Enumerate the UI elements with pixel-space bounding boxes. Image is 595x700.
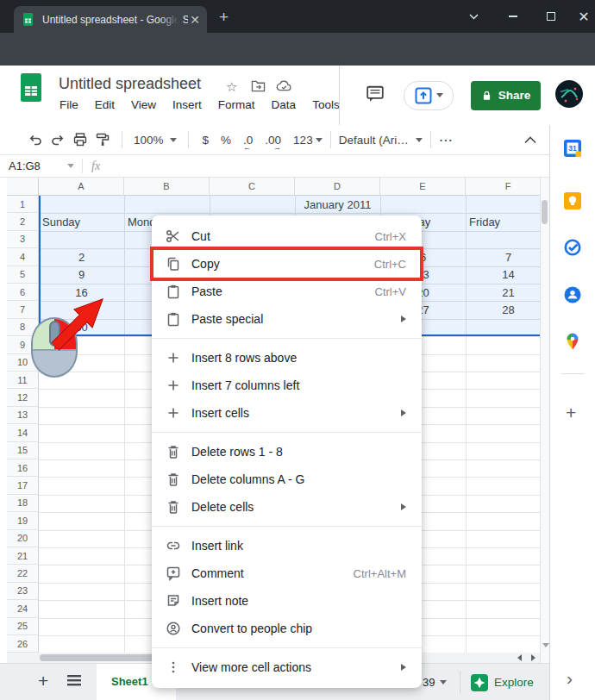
move-folder-icon[interactable] — [251, 79, 266, 96]
menu-tools[interactable]: Tools — [312, 98, 339, 111]
column-header-D[interactable]: D — [295, 178, 380, 196]
window-close-button[interactable]: ✕ — [569, 0, 595, 33]
cell-F7[interactable]: 28 — [466, 301, 549, 318]
row-header-7[interactable]: 7 — [7, 301, 39, 318]
google-tasks-icon[interactable] — [563, 238, 582, 260]
row-header-16[interactable]: 16 — [7, 459, 39, 477]
cell-A1[interactable]: January 2011 — [39, 196, 549, 213]
tab-close-icon[interactable]: ✕ — [190, 14, 200, 26]
menu-insert[interactable]: Insert — [172, 98, 202, 111]
cell-F4[interactable]: 7 — [466, 248, 549, 266]
share-button[interactable]: Share — [471, 81, 541, 110]
row-header-18[interactable]: 18 — [7, 495, 39, 512]
menu-item-convert-to-people-chip[interactable]: Convert to people chip — [152, 615, 422, 642]
toolbar-more-button[interactable]: ⋯ — [439, 132, 453, 148]
redo-icon[interactable] — [47, 128, 69, 151]
row-header-6[interactable]: 6 — [7, 284, 39, 301]
font-selector[interactable]: Default (Ari… — [339, 134, 423, 147]
cloud-saved-icon[interactable] — [276, 79, 292, 96]
new-tab-button[interactable]: + — [219, 8, 229, 27]
menu-item-view-more-cell-actions[interactable]: View more cell actions — [152, 653, 422, 681]
document-title[interactable]: Untitled spreadsheet — [59, 75, 201, 93]
menu-item-insert-cells[interactable]: Insert cells — [152, 399, 422, 427]
row-header-15[interactable]: 15 — [7, 442, 39, 459]
menu-item-insert-8-rows-above[interactable]: Insert 8 rows above — [152, 344, 422, 372]
explore-button[interactable]: Explore — [471, 664, 534, 700]
column-header-F[interactable]: F — [466, 178, 549, 196]
menu-item-insert-7-columns-left[interactable]: Insert 7 columns left — [152, 372, 422, 399]
row-header-26[interactable]: 26 — [7, 635, 39, 653]
decrease-decimal-button[interactable]: .0← — [243, 134, 253, 147]
increase-decimal-button[interactable]: .00→ — [265, 134, 281, 147]
google-calendar-icon[interactable]: 31 — [563, 139, 582, 161]
row-header-5[interactable]: 5 — [7, 266, 39, 284]
google-keep-icon[interactable] — [563, 191, 582, 214]
row-header-11[interactable]: 11 — [7, 372, 39, 389]
cell-F2[interactable]: Friday — [466, 213, 549, 230]
scroll-right-arrow[interactable] — [531, 654, 536, 661]
menu-view[interactable]: View — [131, 98, 156, 111]
format-currency-button[interactable]: $ — [203, 134, 210, 147]
menu-item-delete-columns-a-g[interactable]: Delete columns A - G — [152, 466, 422, 493]
scroll-left-arrow[interactable] — [517, 654, 522, 661]
row-header-25[interactable]: 25 — [7, 618, 39, 635]
menu-data[interactable]: Data — [272, 98, 297, 111]
cell-A5[interactable]: 9 — [39, 266, 124, 284]
row-header-13[interactable]: 13 — [7, 407, 39, 424]
menu-file[interactable]: File — [60, 98, 78, 111]
menu-item-copy[interactable]: CopyCtrl+C — [152, 250, 422, 278]
menu-edit[interactable]: Edit — [95, 98, 115, 111]
add-sheet-button[interactable]: + — [38, 671, 48, 691]
row-header-24[interactable]: 24 — [7, 600, 39, 617]
column-header-C[interactable]: C — [210, 178, 295, 196]
row-header-12[interactable]: 12 — [7, 389, 39, 406]
row-header-2[interactable]: 2 — [7, 213, 39, 230]
menu-item-insert-link[interactable]: Insert link — [152, 532, 422, 559]
browser-tab[interactable]: Untitled spreadsheet - Google Sh ✕ — [14, 6, 207, 33]
menu-format[interactable]: Format — [218, 98, 255, 111]
menu-item-insert-note[interactable]: Insert note — [152, 587, 422, 615]
name-box[interactable]: A1:G8 — [0, 159, 74, 172]
show-side-panel-chevron[interactable]: › — [567, 668, 573, 689]
get-addons-button[interactable]: + — [566, 403, 576, 423]
row-header-4[interactable]: 4 — [7, 248, 39, 266]
cell-F5[interactable]: 14 — [466, 266, 549, 284]
zoom-selector[interactable]: 100% — [134, 134, 177, 147]
row-header-22[interactable]: 22 — [7, 565, 39, 582]
sheets-logo[interactable] — [21, 73, 41, 105]
window-minimize-button[interactable] — [498, 0, 528, 33]
menu-item-delete-cells[interactable]: Delete cells — [152, 493, 422, 521]
column-header-B[interactable]: B — [124, 178, 210, 196]
present-button[interactable] — [404, 81, 454, 110]
format-percent-button[interactable]: % — [221, 134, 231, 147]
column-header-A[interactable]: A — [39, 178, 124, 196]
selection-stats-chip[interactable]: 39 — [423, 664, 447, 700]
column-header-E[interactable]: E — [380, 178, 466, 196]
paint-format-icon[interactable] — [91, 128, 114, 151]
collapse-toolbar-icon[interactable] — [524, 132, 536, 147]
cell-F6[interactable]: 21 — [466, 284, 549, 301]
row-header-3[interactable]: 3 — [7, 231, 39, 248]
menu-item-paste-special[interactable]: Paste special — [152, 305, 422, 333]
menu-item-cut[interactable]: CutCtrl+X — [152, 222, 422, 250]
row-header-19[interactable]: 19 — [7, 512, 39, 529]
google-contacts-icon[interactable] — [563, 285, 582, 308]
window-maximize-button[interactable] — [536, 0, 566, 33]
row-header-20[interactable]: 20 — [7, 530, 39, 547]
all-sheets-icon[interactable] — [67, 675, 81, 691]
print-icon[interactable] — [69, 128, 91, 151]
menu-item-delete-rows-1-8[interactable]: Delete rows 1 - 8 — [152, 438, 422, 466]
cell-A2[interactable]: Sunday — [39, 213, 124, 230]
vertical-scrollbar[interactable] — [540, 178, 549, 663]
cell-A4[interactable]: 2 — [39, 248, 124, 266]
row-header-1[interactable]: 1 — [7, 196, 39, 213]
comment-history-button[interactable] — [366, 84, 385, 107]
row-header-23[interactable]: 23 — [7, 583, 39, 600]
account-avatar[interactable] — [555, 80, 583, 111]
menu-item-comment[interactable]: CommentCtrl+Alt+M — [152, 559, 422, 587]
window-chevron-down-icon[interactable] — [459, 0, 488, 33]
google-maps-icon[interactable] — [563, 332, 582, 354]
menu-item-paste[interactable]: PasteCtrl+V — [152, 278, 422, 305]
select-all-corner[interactable] — [7, 178, 39, 196]
undo-icon[interactable] — [24, 128, 47, 151]
